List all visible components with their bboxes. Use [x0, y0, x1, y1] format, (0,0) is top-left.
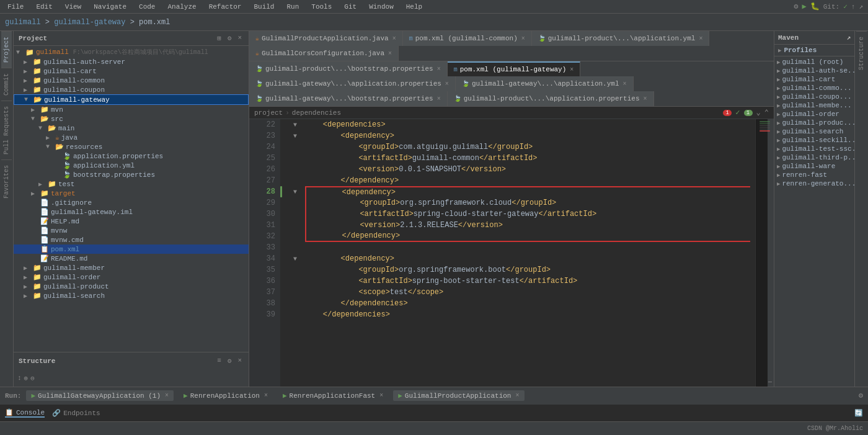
structure-sort-icon[interactable]: ↕ [17, 374, 22, 382]
tree-item-help[interactable]: 📝 HELP.md [14, 217, 249, 226]
tab-product-app-yml[interactable]: 🍃 gulimall-product\...\application.yml × [532, 31, 710, 46]
console-tab-console[interactable]: 📋 Console [5, 408, 45, 418]
expand-icon[interactable]: ⌄ [756, 108, 761, 117]
menu-refactor[interactable]: Refactor [206, 2, 244, 12]
maven-item-renren-generator[interactable]: ▶ renren-generato... [774, 179, 854, 188]
toolbar-icon-update[interactable]: ↑ [851, 3, 856, 11]
tab-close-8[interactable]: × [623, 81, 627, 87]
menu-view[interactable]: View [63, 2, 84, 12]
tree-item-target[interactable]: ▶ 📁 target [14, 189, 249, 198]
panel-icon-settings[interactable]: ⚙ [226, 34, 234, 43]
run-tab-gateway[interactable]: ▶ GulimallGatewayApplication (1) × [26, 390, 174, 401]
toolbar-icon-debug[interactable]: 🐛 [810, 2, 820, 11]
tab-close-10[interactable]: × [644, 96, 647, 102]
bc-dependencies[interactable]: dependencies [292, 109, 341, 117]
tree-item-mvn[interactable]: ▶ 📁 mvn [14, 105, 249, 114]
panel-icon-close[interactable]: × [236, 34, 244, 43]
menu-code[interactable]: Code [136, 2, 157, 12]
structure-collapse-icon[interactable]: ⊖ [30, 374, 35, 382]
tree-item-java[interactable]: ▶ ☕ java [14, 133, 249, 142]
maven-item-third-party[interactable]: ▶ gulimall-third-p... [774, 153, 854, 162]
maven-item-cart[interactable]: ▶ gulimall-cart [774, 75, 854, 84]
sidebar-tab-structure[interactable]: Structure [856, 31, 867, 75]
code-editor[interactable]: 22 23 24 25 26 27 28 29 30 31 32 33 34 3… [249, 119, 774, 387]
menu-help[interactable]: Help [404, 2, 425, 12]
bc-project[interactable]: project [254, 109, 283, 117]
tab-cors-config[interactable]: ☕ GulimallCorsConfiguration.java × [249, 46, 399, 61]
menu-edit[interactable]: Edit [33, 2, 55, 12]
tree-item-iml[interactable]: 📄 gulimall-gateway.iml [14, 207, 249, 217]
tree-item-src[interactable]: ▼ 📂 src [14, 114, 249, 123]
menu-file[interactable]: File [5, 2, 26, 12]
maven-expand-icon[interactable]: ↗ [846, 34, 851, 42]
toolbar-icon-checkmark[interactable]: ✓ [843, 2, 848, 11]
tree-item-coupon[interactable]: ▶ 📁 gulimall-coupon [14, 85, 249, 94]
run-settings-icon[interactable]: ⚙ [859, 391, 863, 400]
run-tab-gulimall-product[interactable]: ▶ GulimallProductApplication × [393, 390, 524, 401]
tab-gateway-app-yml[interactable]: 🍃 gulimall-gateway\...\application.yml × [456, 76, 634, 91]
code-content[interactable]: <dependencies> <dependency> <groupId>com… [300, 119, 755, 387]
panel-icon-gear[interactable]: ⊞ [215, 34, 223, 43]
menu-tools[interactable]: Tools [309, 2, 334, 12]
menu-git[interactable]: Git [342, 2, 359, 12]
tree-item-common[interactable]: ▶ 📁 gulimall-common [14, 76, 249, 85]
menu-window[interactable]: Window [366, 2, 396, 12]
maven-item-test-ssc[interactable]: ▶ gulimall-test-ssc... [774, 145, 854, 153]
tab-close-2[interactable]: × [521, 35, 525, 42]
tree-item-app-yml[interactable]: 🍃 application.yml [14, 161, 249, 170]
console-tab-endpoints[interactable]: 🔗 Endpoints [52, 409, 100, 417]
maven-item-common[interactable]: ▶ gulimall-commo... [774, 84, 854, 92]
tree-item-member[interactable]: ▶ 📁 gulimall-member [14, 263, 249, 272]
tab-product-bootstrap[interactable]: 🍃 gulimall-product\...\bootstrap.propert… [249, 61, 448, 76]
tab-close-6[interactable]: × [570, 66, 574, 73]
tab-gateway-bootstrap[interactable]: 🍃 gulimall-gateway\...\bootstrap.propert… [249, 91, 448, 106]
tab-product-app-prop[interactable]: 🍃 gulimall-product\...\application.prope… [448, 91, 654, 106]
maven-item-search[interactable]: ▶ gulimall-search [774, 127, 854, 136]
tree-item-pom-xml[interactable]: 📋 pom.xml [14, 244, 249, 254]
tree-item-gulimall[interactable]: ▼ 📁 gulimall F:\workspace\谷粒商城项目\代码\guli… [14, 47, 249, 57]
tab-pom-common[interactable]: m pom.xml (gulimall-common) × [403, 31, 532, 46]
structure-icon-1[interactable]: ≡ [215, 356, 223, 365]
menu-navigate[interactable]: Navigate [91, 2, 129, 12]
maven-item-gulimall-root[interactable]: ▶ gulimall (root) [774, 58, 854, 66]
tree-item-resources[interactable]: ▼ 📂 resources [14, 142, 249, 151]
maven-item-renren-fast[interactable]: ▶ renren-fast [774, 171, 854, 179]
menu-build[interactable]: Build [251, 2, 277, 12]
tree-item-mvnw-cmd[interactable]: 📄 mvnw.cmd [14, 235, 249, 244]
tab-close-9[interactable]: × [437, 96, 441, 102]
tree-item-gateway[interactable]: ▼ 📂 gulimall-gateway [14, 94, 249, 105]
chevron-up-icon[interactable]: ⌃ [764, 108, 769, 117]
profiles-arrow[interactable]: ▶ [778, 47, 781, 54]
run-close-renren-fast[interactable]: × [379, 392, 383, 399]
structure-icon-3[interactable]: × [236, 356, 244, 365]
tab-close-3[interactable]: × [699, 35, 702, 42]
tree-item-auth-server[interactable]: ▶ 📁 gulimall-auth-server [14, 57, 249, 66]
run-close-renren[interactable]: × [264, 392, 268, 399]
tree-item-bootstrap-props[interactable]: 🍃 bootstrap.properties [14, 170, 249, 179]
reload-icon[interactable]: 🔄 [854, 409, 863, 417]
maven-item-order[interactable]: ▶ gulimall-order [774, 110, 854, 119]
tree-item-product[interactable]: ▶ 📁 gulimall-product [14, 282, 249, 291]
maven-item-seckill[interactable]: ▶ gulimall-seckill... [774, 136, 854, 145]
sidebar-tab-commit[interactable]: Commit [1, 68, 12, 101]
tab-gulimall-product-app[interactable]: ☕ GulimallProductApplication.java × [249, 31, 403, 46]
menu-run[interactable]: Run [284, 2, 301, 12]
run-close-product[interactable]: × [515, 392, 519, 399]
tree-item-cart[interactable]: ▶ 📁 gulimall-cart [14, 66, 249, 76]
maven-item-ware[interactable]: ▶ gulimall-ware [774, 162, 854, 171]
tab-pom-gateway[interactable]: m pom.xml (gulimall-gateway) × [448, 61, 581, 76]
tree-item-search[interactable]: ▶ 📁 gulimall-search [14, 291, 249, 300]
tree-item-order[interactable]: ▶ 📁 gulimall-order [14, 272, 249, 282]
tree-item-test[interactable]: ▶ 📁 test [14, 179, 249, 189]
menu-analyze[interactable]: Analyze [165, 2, 198, 12]
sidebar-tab-pull-requests[interactable]: Pull Requests [1, 101, 12, 159]
run-tab-renren[interactable]: ▶ RenrenApplication × [179, 390, 273, 401]
tab-close-5[interactable]: × [437, 66, 441, 73]
tab-close-4[interactable]: × [388, 50, 392, 57]
tree-item-mvnw[interactable]: 📄 mvnw [14, 226, 249, 235]
maven-item-coupon[interactable]: ▶ gulimall-coupo... [774, 92, 854, 101]
structure-icon-2[interactable]: ⚙ [226, 356, 234, 365]
tab-close-1[interactable]: × [392, 35, 396, 42]
sidebar-tab-project[interactable]: Project [1, 31, 12, 68]
maven-item-member[interactable]: ▶ gulimall-membe... [774, 101, 854, 110]
